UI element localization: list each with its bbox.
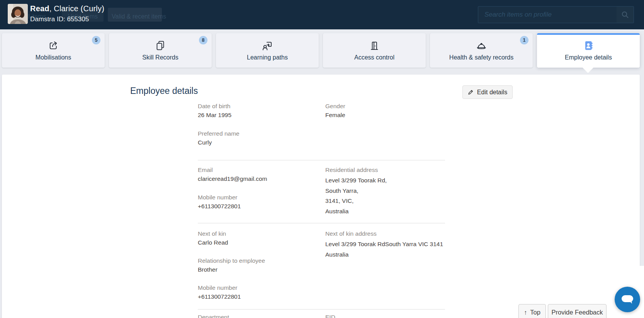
field-value: Carlo Read [198, 239, 228, 246]
employee-details-panel [2, 75, 640, 318]
employee-details-contact-icon [582, 39, 595, 52]
field-value: Curly [198, 139, 240, 146]
address-line: 3141, VIC, [325, 196, 387, 206]
tab-label-learning-paths: Learning paths [247, 54, 288, 61]
address-line: South Yarra, [325, 186, 387, 196]
employee-profile-page: All items Valid items Valid & recent ite… [0, 0, 644, 318]
section-divider [198, 309, 445, 309]
field-next-of-kin: Next of kin Carlo Read [198, 230, 228, 246]
health-safety-count-badge: 1 [520, 36, 528, 44]
tab-health-safety-records[interactable]: 1 Health & safety records [430, 33, 533, 68]
provide-feedback-button[interactable]: Provide Feedback [548, 304, 607, 318]
search-input[interactable] [478, 7, 634, 23]
field-value: clariceread19@gmail.com [198, 175, 267, 182]
tab-label-access-control: Access control [354, 54, 394, 61]
field-value: Brother [198, 266, 265, 273]
scroll-to-top-button[interactable]: ↑ Top [518, 304, 546, 318]
active-tab-pointer [583, 68, 593, 73]
skill-records-count-badge: 8 [199, 36, 207, 44]
up-arrow-icon: ↑ [524, 309, 527, 316]
tab-label-mobilisations: Mobilisations [36, 54, 71, 61]
tab-label-health-safety: Health & safety records [449, 54, 513, 61]
employee-surname: Read [30, 4, 49, 13]
search-icon [621, 11, 629, 19]
damstra-id: Damstra ID: 655305 [30, 15, 89, 23]
profile-search [478, 6, 634, 23]
field-label: Mobile number [198, 284, 241, 291]
pencil-icon [468, 89, 474, 95]
field-mobile-number: Mobile number +611300722801 [198, 194, 241, 210]
underlay-filter-valid-recent-items: Valid & recent items [112, 13, 166, 20]
tab-skill-records[interactable]: 8 Skill Records [109, 33, 212, 68]
field-value: Female [325, 112, 345, 119]
chat-bubble-icon [620, 293, 634, 306]
field-gender: Gender Female [325, 103, 345, 119]
learning-paths-icon [261, 39, 274, 52]
access-control-door-icon [368, 39, 381, 52]
profile-avatar [8, 4, 28, 24]
top-button-label: Top [530, 309, 540, 316]
field-value: +611300722801 [198, 203, 241, 210]
tab-label-skill-records: Skill Records [142, 54, 178, 61]
field-label: Next of kin [198, 230, 228, 237]
field-value: 26 Mar 1995 [198, 112, 231, 119]
profile-header: All items Valid items Valid & recent ite… [0, 0, 644, 29]
field-label: Date of birth [198, 103, 231, 110]
tab-employee-details[interactable]: Employee details [537, 33, 640, 68]
feedback-button-label: Provide Feedback [552, 309, 603, 316]
field-relationship: Relationship to employee Brother [198, 257, 265, 273]
address-line: Level 3/299 Toorak RdSouth Yarra VIC 314… [325, 239, 443, 250]
address-line: Australia [325, 206, 387, 217]
field-preferred-name: Preferred name Curly [198, 130, 240, 146]
hard-hat-icon [475, 39, 488, 52]
field-label: Next of kin address [325, 230, 443, 237]
scrollbar-track[interactable] [637, 266, 644, 318]
field-department: Department [198, 314, 229, 318]
field-next-of-kin-address: Next of kin address Level 3/299 Toorak R… [325, 230, 443, 260]
tab-access-control[interactable]: Access control [323, 33, 426, 68]
field-label: EID [325, 314, 335, 318]
section-divider [198, 223, 445, 223]
edit-details-button[interactable]: Edit details [462, 85, 513, 99]
mobilisation-share-icon [47, 39, 59, 52]
avatar-image [8, 4, 28, 24]
address-line: Australia [325, 250, 443, 260]
tab-mobilisations[interactable]: 5 Mobilisations [2, 33, 105, 68]
field-label: Relationship to employee [198, 257, 265, 264]
field-label: Department [198, 314, 229, 318]
field-email: Email clariceread19@gmail.com [198, 167, 267, 182]
field-label: Residential address [325, 167, 387, 173]
field-date-of-birth: Date of birth 26 Mar 1995 [198, 103, 231, 119]
page-title: Employee details [130, 86, 198, 96]
search-button[interactable] [617, 7, 634, 23]
address-line: Level 3/299 Toorak Rd, [325, 175, 387, 186]
field-kin-mobile-number: Mobile number +611300722801 [198, 284, 241, 300]
field-label: Mobile number [198, 194, 241, 201]
tab-label-employee-details: Employee details [565, 54, 612, 61]
field-label: Email [198, 167, 267, 173]
field-value: +611300722801 [198, 293, 241, 300]
field-eid: EID [325, 314, 335, 318]
edit-details-label: Edit details [477, 89, 507, 96]
field-residential-address: Residential address Level 3/299 Toorak R… [325, 167, 387, 216]
field-label: Preferred name [198, 130, 240, 137]
mobilisations-count-badge: 5 [92, 36, 100, 44]
field-label: Gender [325, 103, 345, 110]
skill-records-copy-icon [154, 39, 167, 52]
chat-widget-button[interactable] [615, 287, 640, 312]
employee-name: Read, Clarice (Curly) [30, 4, 104, 13]
employee-givenname: , Clarice (Curly) [49, 4, 104, 13]
section-divider [198, 160, 445, 160]
tab-learning-paths[interactable]: Learning paths [216, 33, 319, 68]
